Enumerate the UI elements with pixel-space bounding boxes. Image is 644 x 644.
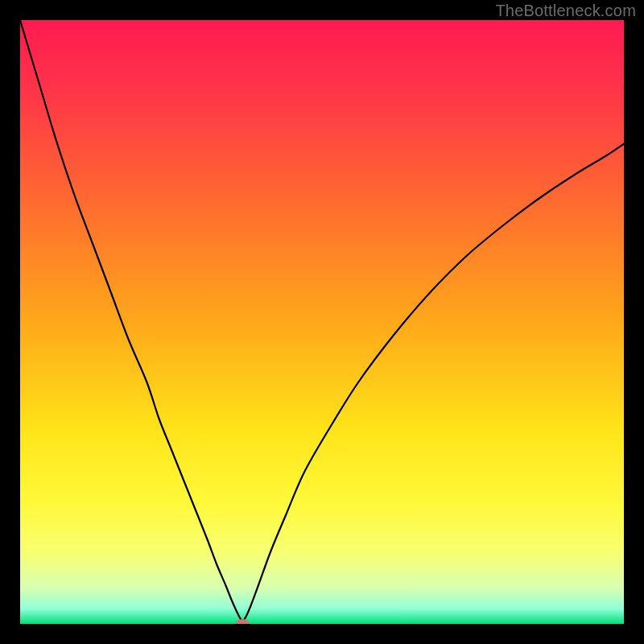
chart-frame: TheBottleneck.com	[0, 0, 644, 644]
watermark-text: TheBottleneck.com	[495, 2, 636, 20]
bottleneck-chart	[20, 20, 624, 624]
plot-area	[20, 20, 624, 624]
gradient-background	[20, 20, 624, 624]
